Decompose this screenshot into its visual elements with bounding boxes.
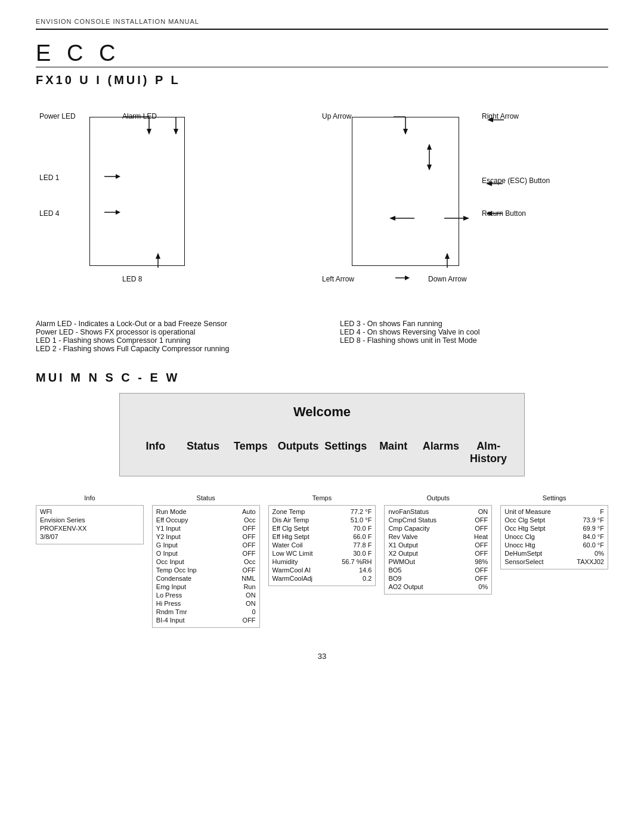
status-col-box: Run ModeAuto Eff OccupyOcc Y1 InputOFF Y… [152, 505, 260, 628]
legend-section: Alarm LED - Indicates a Lock-Out or a ba… [36, 320, 608, 353]
alarm-led-label: Alarm LED [122, 112, 157, 120]
svg-marker-21 [405, 275, 410, 280]
status-row-hipress: Hi PressON [156, 600, 256, 607]
device-box [89, 117, 185, 266]
temps-row-warmcoolai: WarmCool AI14.6 [273, 566, 372, 574]
legend-item-led2: LED 2 - Flashing shows Full Capacity Com… [36, 345, 304, 353]
outputs-row-cmpcmdstatus: CmpCmd StatusOFF [388, 516, 488, 524]
power-led-label: Power LED [39, 112, 76, 120]
settings-row-sensorselect: SensorSelectTAXXJ02 [504, 558, 604, 565]
diagram-container: Power LED Alarm LED LED 1 LED 4 LED 8 [36, 99, 608, 302]
right-device-box [352, 117, 459, 266]
temps-row-lowwclimit: Low WC Limit30.0 F [273, 550, 372, 557]
settings-row-occhetgsetpt: Occ Htg Setpt69.9 °F [504, 525, 604, 532]
outputs-row-bo9: BO9OFF [388, 575, 488, 582]
legend-row-1: Alarm LED - Indicates a Lock-Out or a ba… [36, 320, 608, 353]
left-arrow-label: Left Arrow [322, 275, 354, 283]
legend-col-2: LED 3 - On shows Fan running LED 4 - On … [340, 320, 608, 353]
temps-column: Temps Zone Temp77.2 °F Dis Air Temp51.0 … [268, 494, 376, 628]
mui-section: MUI M N S C - E W Welcome Info Status Te… [36, 371, 608, 476]
led4-label: LED 4 [39, 209, 59, 218]
settings-row-occclgsetpt: Occ Clg Setpt73.9 °F [504, 516, 604, 524]
status-row-occinput: Occ InputOcc [156, 558, 256, 565]
diagram-right: Up Arrow Right Arrow Escape (ESC) Button… [322, 99, 608, 302]
data-tables-section: Info WFI Envision Series PROFXENV-XX 3/8… [36, 494, 608, 628]
temps-row-humidity: Humidity56.7 %RH [273, 558, 372, 565]
menu-item-status[interactable]: Status [179, 440, 227, 465]
up-arrow-label: Up Arrow [322, 112, 351, 120]
status-row-y1input: Y1 InputOFF [156, 525, 256, 532]
settings-column: Settings Unit of MeasureF Occ Clg Setpt7… [500, 494, 608, 628]
menu-item-alm-history[interactable]: Alm-History [465, 440, 512, 465]
temps-row-disairtemp: Dis Air Temp51.0 °F [273, 516, 372, 524]
return-btn-label: Return Button [482, 209, 526, 218]
settings-row-unoccHtg: Unocc Htg60.0 °F [504, 541, 604, 549]
legend-item-led8: LED 8 - Flashing shows unit in Test Mode [340, 336, 608, 345]
temps-col-header: Temps [268, 494, 376, 501]
outputs-col-header: Outputs [384, 494, 492, 501]
mui-title: MUI M N S C - E W [36, 371, 608, 385]
status-row-ginput: G InputOFF [156, 541, 256, 549]
info-item-wfi: WFI [40, 508, 140, 515]
outputs-column: Outputs nvoFanStatusON CmpCmd StatusOFF … [384, 494, 492, 628]
status-row-emginput: Emg InputRun [156, 583, 256, 590]
right-arrow-label: Right Arrow [482, 112, 519, 120]
temps-row-zonetemp: Zone Temp77.2 °F [273, 508, 372, 515]
info-item-series: Envision Series [40, 516, 140, 524]
diagram-left: Power LED Alarm LED LED 1 LED 4 LED 8 [36, 99, 322, 302]
status-row-rndmtmr: Rndm Tmr0 [156, 608, 256, 615]
svg-marker-30 [463, 216, 469, 221]
temps-row-effclgsetpt: Eff Clg Setpt70.0 F [273, 525, 372, 532]
menu-item-alarms[interactable]: Alarms [417, 440, 465, 465]
section-title-row: E C C [36, 42, 608, 64]
status-row-lopress: Lo PressON [156, 592, 256, 599]
status-row-bi4input: BI-4 InputOFF [156, 617, 256, 624]
settings-row-unitmeasure: Unit of MeasureF [504, 508, 604, 515]
legend-item-led4: LED 4 - On shows Reversing Valve in cool [340, 328, 608, 336]
menu-item-info[interactable]: Info [132, 440, 179, 465]
manual-header: ENVISION CONSOLE INSTALLATION MANUAL [36, 18, 608, 25]
menu-item-settings[interactable]: Settings [322, 440, 370, 465]
screen-menu-row: Info Status Temps Outputs Settings Maint… [132, 438, 512, 467]
info-column: Info WFI Envision Series PROFXENV-XX 3/8… [36, 494, 144, 628]
legend-item-alarm: Alarm LED - Indicates a Lock-Out or a ba… [36, 320, 304, 328]
escape-btn-label: Escape (ESC) Button [482, 176, 550, 185]
outputs-row-nvofanstatus: nvoFanStatusON [388, 508, 488, 515]
page-number: 33 [36, 652, 608, 661]
outputs-row-ao2output: AO2 Output0% [388, 583, 488, 590]
temps-row-warmcooladj: WarmCoolAdj0.2 [273, 575, 372, 582]
settings-col-header: Settings [500, 494, 608, 501]
temps-row-watercoil: Water Coil77.8 F [273, 541, 372, 549]
info-col-header: Info [36, 494, 144, 501]
temps-row-effhtgsetpt: Eff Htg Setpt66.0 F [273, 533, 372, 540]
menu-item-maint[interactable]: Maint [370, 440, 417, 465]
led8-label: LED 8 [122, 275, 142, 283]
temps-col-box: Zone Temp77.2 °F Dis Air Temp51.0 °F Eff… [268, 505, 376, 586]
outputs-row-x2output: X2 OutputOFF [388, 550, 488, 557]
status-row-runmode: Run ModeAuto [156, 508, 256, 515]
menu-item-temps[interactable]: Temps [227, 440, 275, 465]
page: ENVISION CONSOLE INSTALLATION MANUAL E C… [0, 0, 644, 833]
status-col-header: Status [152, 494, 260, 501]
outputs-row-cmpcapacity: Cmp CapacityOFF [388, 525, 488, 532]
settings-row-dehumsetpt: DeHumSetpt0% [504, 550, 604, 557]
info-col-box: WFI Envision Series PROFXENV-XX 3/8/07 [36, 505, 144, 544]
legend-col-1: Alarm LED - Indicates a Lock-Out or a ba… [36, 320, 304, 353]
status-row-tempoccinp: Temp Occ InpOFF [156, 566, 256, 574]
legend-item-led1: LED 1 - Flashing shows Compressor 1 runn… [36, 336, 304, 345]
section-title: E C C [36, 42, 120, 64]
outputs-row-bo5: BO5OFF [388, 566, 488, 574]
status-row-oinput: O InputOFF [156, 550, 256, 557]
info-item-date: 3/8/07 [40, 533, 140, 540]
info-item-model: PROFXENV-XX [40, 525, 140, 532]
status-row-y2input: Y2 InputOFF [156, 533, 256, 540]
status-row-condensate: CondensateNML [156, 575, 256, 582]
down-arrow-label: Down Arrow [428, 275, 467, 283]
outputs-row-revvalve: Rev ValveHeat [388, 533, 488, 540]
settings-row-unoccclg: Unocc Clg84.0 °F [504, 533, 604, 540]
screen-mockup: Welcome Info Status Temps Outputs Settin… [119, 393, 525, 476]
section-subtitle: FX10 U I (MUI) P L [36, 73, 608, 87]
outputs-row-pwmout: PWMOut98% [388, 558, 488, 565]
header-rule [36, 29, 608, 30]
menu-item-outputs[interactable]: Outputs [274, 440, 322, 465]
